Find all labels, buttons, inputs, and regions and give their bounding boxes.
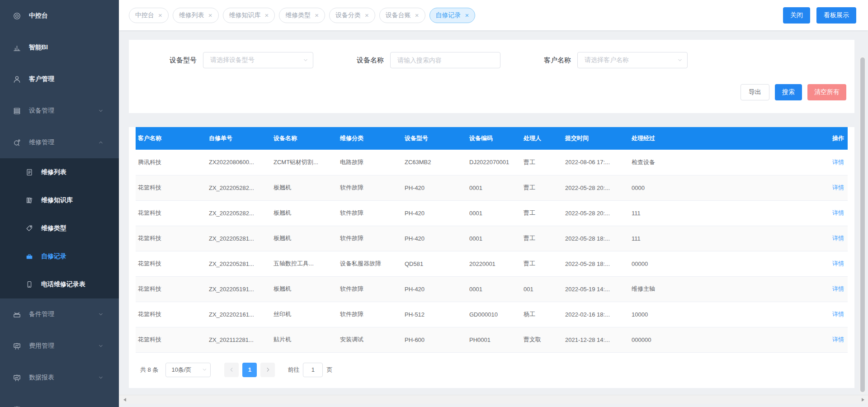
table-row[interactable]: 花篮科技 ZX_202205191... 板翘机 软件故障 PH-420 000… [136, 276, 848, 302]
vertical-scrollbar-thumb[interactable] [860, 57, 865, 392]
sidebar-item-spare-parts-mgmt[interactable]: 备件管理 [0, 298, 119, 330]
close-icon[interactable]: × [415, 12, 419, 19]
close-icon[interactable]: × [315, 12, 319, 19]
tab-repair-type[interactable]: 维修类型 × [279, 8, 325, 23]
table-row[interactable]: 腾讯科技 ZX2022080600... ZCMT铝材切割... 电路故障 ZC… [136, 150, 848, 175]
board-display-button[interactable]: 看板展示 [816, 7, 856, 24]
chevron-up-icon [98, 139, 104, 146]
chevron-down-icon [302, 57, 309, 63]
scroll-left-arrow-icon[interactable] [123, 398, 126, 402]
chevron-left-icon [229, 367, 235, 373]
sidebar-item-partial[interactable] [0, 393, 119, 407]
tab-device-ledger[interactable]: 设备台账 × [379, 8, 425, 23]
col-device-model: 设备型号 [402, 127, 467, 150]
col-submit-time: 提交时间 [563, 127, 629, 150]
sidebar-item-self-repair-records[interactable]: 自修记录 [0, 242, 119, 270]
close-button[interactable]: 关闭 [783, 7, 810, 24]
device-model-select[interactable]: 请选择设备型号 [203, 52, 313, 68]
table-row[interactable]: 花篮科技 ZX_202205281... 五轴数控工具... 设备私服器故障 Q… [136, 251, 848, 276]
sidebar-item-phone-repair-records[interactable]: 电话维修记录表 [0, 270, 119, 298]
menu-icon [13, 405, 21, 407]
detail-link[interactable]: 详情 [832, 311, 844, 317]
tab-bar: 中控台 × 维修列表 × 维修知识库 × 维修类型 × 设备分类 × [119, 0, 868, 30]
horizontal-scrollbar[interactable] [119, 395, 868, 404]
sidebar-item-console[interactable]: 中控台 [0, 0, 119, 32]
page-size-select[interactable]: 10条/页 [165, 363, 211, 377]
close-icon[interactable]: × [208, 12, 212, 19]
open-tabs: 中控台 × 维修列表 × 维修知识库 × 维修类型 × 设备分类 × [129, 8, 475, 23]
detail-link[interactable]: 详情 [832, 235, 844, 241]
goto-page: 前往 页 [288, 363, 332, 377]
close-icon[interactable]: × [465, 12, 469, 19]
sidebar-item-label: 设备管理 [29, 107, 54, 115]
table-row[interactable]: 花篮科技 ZX_202112281... 贴片机 安装调试 PH-600 PH0… [136, 327, 848, 352]
sidebar-item-label: 维修管理 [29, 138, 54, 147]
search-button[interactable]: 搜索 [775, 84, 802, 100]
sidebar-item-repair-type[interactable]: 维修类型 [0, 214, 119, 242]
close-icon[interactable]: × [265, 12, 269, 19]
sidebar-item-label: 维修列表 [41, 168, 66, 176]
detail-link[interactable]: 详情 [832, 209, 844, 216]
chevron-down-icon [98, 311, 104, 317]
detail-link[interactable]: 详情 [832, 336, 844, 343]
close-icon[interactable]: × [365, 12, 369, 19]
vertical-scrollbar[interactable] [859, 56, 866, 394]
detail-link[interactable]: 详情 [832, 159, 844, 166]
goto-page-input[interactable] [303, 363, 323, 377]
detail-link[interactable]: 详情 [832, 260, 844, 267]
tab-repair-list[interactable]: 维修列表 × [173, 8, 219, 23]
tab-repair-knowledge[interactable]: 维修知识库 × [223, 8, 275, 23]
report-board-icon [13, 374, 21, 382]
close-icon[interactable]: × [158, 12, 162, 19]
detail-link[interactable]: 详情 [832, 285, 844, 292]
table-row[interactable]: 花篮科技 ZX_202202161... 丝印机 软件故障 PH-512 GD0… [136, 302, 848, 327]
tab-label: 自修记录 [436, 11, 461, 19]
table-row[interactable]: 花篮科技 ZX_202205282... 板翘机 软件故障 PH-420 000… [136, 175, 848, 200]
chevron-down-icon [98, 108, 104, 114]
chevron-down-icon [98, 374, 104, 381]
user-icon [13, 75, 21, 84]
tab-device-category[interactable]: 设备分类 × [329, 8, 375, 23]
page-number-1[interactable]: 1 [242, 363, 257, 377]
tab-console[interactable]: 中控台 × [129, 8, 169, 23]
sidebar-item-label: 维修知识库 [41, 196, 73, 204]
tab-label: 中控台 [135, 11, 154, 19]
presentation-board-icon [13, 342, 21, 350]
sidebar-item-data-reports[interactable]: 数据报表 [0, 362, 119, 393]
detail-link[interactable]: 详情 [832, 184, 844, 191]
sidebar-item-repair-knowledge[interactable]: 维修知识库 [0, 186, 119, 214]
clear-all-button[interactable]: 清空所有 [807, 84, 846, 100]
device-model-label: 设备型号 [170, 56, 197, 65]
document-list-icon [25, 168, 33, 176]
table-row[interactable]: 花篮科技 ZX_202205281... 板翘机 软件故障 PH-420 000… [136, 226, 848, 251]
page-size-value: 10条/页 [171, 366, 191, 374]
scroll-right-arrow-icon[interactable] [862, 398, 864, 402]
export-button[interactable]: 导出 [741, 84, 769, 100]
chevron-down-icon [98, 343, 104, 349]
sidebar-item-label: 费用管理 [29, 342, 54, 350]
records-table: 客户名称 自修单号 设备名称 维修分类 设备型号 设备编码 处理人 提交时间 处… [136, 127, 848, 353]
sidebar-item-cost-mgmt[interactable]: 费用管理 [0, 330, 119, 362]
sidebar-item-smart-bi[interactable]: 智能BI [0, 32, 119, 63]
sidebar-item-label: 智能BI [29, 43, 48, 52]
sidebar-item-label: 客户管理 [29, 75, 54, 83]
tab-label: 维修列表 [179, 11, 204, 19]
table-row[interactable]: 花篮科技 ZX_202205282... 板翘机 软件故障 PH-420 000… [136, 200, 848, 226]
total-count: 共 8 条 [140, 366, 158, 374]
tag-icon [25, 224, 33, 232]
col-device-name: 设备名称 [271, 127, 338, 150]
col-order-number: 自修单号 [207, 127, 271, 150]
device-name-input[interactable] [390, 52, 500, 68]
col-process: 处理经过 [629, 127, 820, 150]
sidebar-item-repair-mgmt[interactable]: 维修管理 [0, 127, 119, 158]
next-page-button[interactable] [260, 363, 275, 377]
prev-page-button[interactable] [224, 363, 239, 377]
col-repair-category: 维修分类 [338, 127, 402, 150]
select-placeholder: 请选择客户名称 [585, 56, 629, 64]
sidebar-item-device-mgmt[interactable]: 设备管理 [0, 95, 119, 127]
sidebar-item-repair-list[interactable]: 维修列表 [0, 158, 119, 186]
customer-name-select[interactable]: 请选择客户名称 [577, 52, 688, 68]
tab-self-repair-records[interactable]: 自修记录 × [429, 8, 476, 23]
device-name-filter: 设备名称 [357, 52, 500, 68]
sidebar-item-customer-mgmt[interactable]: 客户管理 [0, 63, 119, 95]
